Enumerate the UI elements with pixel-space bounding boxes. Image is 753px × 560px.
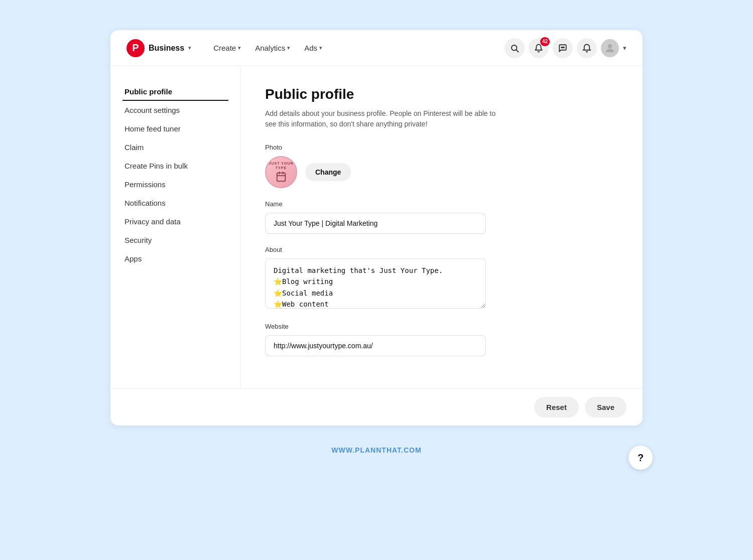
sidebar: Public profile Account settings Home fee… [110, 66, 241, 388]
sidebar-item-permissions[interactable]: Permissions [122, 175, 228, 194]
name-field-group: Name [265, 200, 618, 234]
top-navigation: P Business ▾ Create ▾ Analytics ▾ Ads ▾ [110, 30, 643, 66]
website-field-group: Website [265, 323, 618, 356]
sidebar-item-security[interactable]: Security [122, 231, 228, 249]
photo-row: JUST YOURTYPE Change [265, 156, 618, 188]
nav-brand-label: Business [149, 44, 184, 53]
reset-button[interactable]: Reset [534, 397, 579, 417]
nav-item-create[interactable]: Create ▾ [207, 40, 247, 56]
svg-point-5 [608, 44, 612, 48]
svg-point-3 [562, 47, 563, 48]
user-avatar[interactable] [601, 39, 619, 57]
about-textarea[interactable]: Digital marketing that's Just Your Type.… [265, 258, 486, 309]
help-button[interactable]: ? [629, 446, 653, 470]
footer-url: WWW.PLANNTHAT.COM [331, 446, 421, 454]
sidebar-item-home-feed-tuner[interactable]: Home feed tuner [122, 119, 228, 138]
svg-point-4 [564, 47, 565, 48]
content-area: Public profile Account settings Home fee… [110, 66, 643, 388]
messages-button[interactable] [553, 38, 573, 58]
svg-point-2 [561, 47, 562, 48]
profile-photo: JUST YOURTYPE [265, 156, 297, 188]
page-title: Public profile [265, 86, 618, 102]
svg-line-1 [516, 50, 518, 52]
profile-chevron-icon[interactable]: ▾ [623, 44, 626, 52]
notification-count: 42 [540, 37, 550, 46]
nav-item-ads[interactable]: Ads ▾ [298, 40, 328, 56]
photo-section: Photo JUST YOURTYPE Change [265, 144, 618, 188]
name-input[interactable] [265, 213, 486, 234]
page-description: Add details about your business profile.… [265, 108, 506, 129]
svg-rect-6 [277, 173, 286, 182]
photo-label: Photo [265, 144, 618, 151]
footer: WWW.PLANNTHAT.COM [331, 446, 421, 455]
nav-items: Create ▾ Analytics ▾ Ads ▾ [207, 40, 505, 56]
action-bar: Reset Save [110, 388, 643, 426]
sidebar-item-account-settings[interactable]: Account settings [122, 101, 228, 119]
create-chevron-icon: ▾ [238, 45, 241, 51]
sidebar-item-apps[interactable]: Apps [122, 249, 228, 268]
website-input[interactable] [265, 335, 486, 356]
main-card: P Business ▾ Create ▾ Analytics ▾ Ads ▾ [110, 30, 643, 426]
main-content: Public profile Add details about your bu… [241, 66, 643, 388]
sidebar-item-privacy-data[interactable]: Privacy and data [122, 212, 228, 231]
about-field-group: About Digital marketing that's Just Your… [265, 246, 618, 311]
alerts-button[interactable] [577, 38, 597, 58]
sidebar-item-claim[interactable]: Claim [122, 138, 228, 157]
brand-chevron-icon: ▾ [188, 45, 191, 51]
website-label: Website [265, 323, 618, 330]
save-button[interactable]: Save [585, 397, 626, 417]
sidebar-item-public-profile[interactable]: Public profile [122, 82, 228, 101]
ads-chevron-icon: ▾ [319, 45, 322, 51]
name-label: Name [265, 200, 618, 208]
change-photo-button[interactable]: Change [305, 163, 351, 181]
pinterest-logo: P [127, 39, 145, 57]
sidebar-item-notifications[interactable]: Notifications [122, 194, 228, 212]
nav-right-controls: 42 ▾ [505, 38, 626, 58]
about-label: About [265, 246, 618, 253]
nav-logo[interactable]: P Business ▾ [127, 39, 191, 57]
analytics-chevron-icon: ▾ [287, 45, 290, 51]
nav-item-analytics[interactable]: Analytics ▾ [249, 40, 296, 56]
search-button[interactable] [505, 38, 525, 58]
sidebar-item-create-pins-bulk[interactable]: Create Pins in bulk [122, 157, 228, 175]
notifications-button[interactable]: 42 [529, 38, 549, 58]
